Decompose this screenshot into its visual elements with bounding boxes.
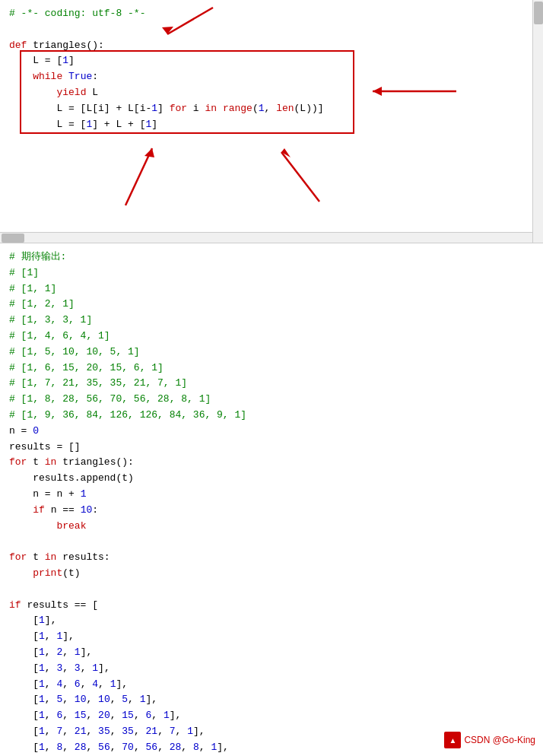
scrollbar-bottom-thumb[interactable]: [2, 233, 24, 243]
bottom-line-22: [9, 582, 543, 598]
csdn-icon: ▲: [444, 732, 461, 748]
bottom-line-18: break: [9, 519, 543, 535]
svg-marker-5: [144, 148, 154, 157]
bottom-line-19: [9, 534, 543, 550]
code-line-6: yield L: [9, 85, 532, 101]
bottom-line-28: [1, 4, 6, 4, 1],: [9, 677, 543, 693]
svg-line-4: [125, 148, 152, 205]
bottom-line-1: # 期待输出:: [9, 249, 543, 265]
bottom-line-7: # [1, 5, 10, 10, 5, 1]: [9, 345, 543, 361]
bottom-line-10: # [1, 8, 28, 56, 70, 56, 28, 8, 1]: [9, 392, 543, 408]
code-line-1: # -*- coding: utf-8 -*-: [9, 6, 532, 22]
bottom-line-17: if n == 10:: [9, 503, 543, 519]
bottom-line-29: [1, 5, 10, 10, 5, 1],: [9, 692, 543, 708]
code-line-3: def triangles():: [9, 38, 532, 54]
bottom-line-25: [1, 1],: [9, 629, 543, 645]
bottom-line-12: n = 0: [9, 424, 543, 440]
bottom-line-27: [1, 3, 3, 1],: [9, 661, 543, 677]
bottom-line-14: for t in triangles():: [9, 455, 543, 471]
watermark-text: CSDN @Go-King: [464, 735, 535, 745]
bottom-line-11: # [1, 9, 36, 84, 126, 126, 84, 36, 9, 1]: [9, 408, 543, 424]
code-line-8: L = [1] + L + [1]: [9, 117, 532, 133]
bottom-line-5: # [1, 3, 3, 1]: [9, 313, 543, 329]
bottom-line-26: [1, 2, 1],: [9, 645, 543, 661]
bottom-editor: # 期待输出: # [1] # [1, 1] # [1, 2, 1] # [1,…: [0, 243, 543, 756]
svg-marker-7: [281, 148, 291, 157]
bottom-line-16: n = n + 1: [9, 487, 543, 503]
vertical-scrollbar[interactable]: [532, 0, 543, 243]
code-line-5: while True:: [9, 69, 532, 85]
bottom-line-24: [1],: [9, 613, 543, 629]
scrollbar-thumb[interactable]: [534, 2, 543, 24]
code-line-7: L = [L[i] + L[i-1] for i in range(1, len…: [9, 101, 532, 117]
bottom-line-3: # [1, 1]: [9, 281, 543, 297]
bottom-line-23: if results == [: [9, 598, 543, 614]
code-line-2: [9, 22, 532, 38]
bottom-line-2: # [1]: [9, 265, 543, 281]
bottom-line-21: print(t): [9, 566, 543, 582]
bottom-line-4: # [1, 2, 1]: [9, 297, 543, 313]
top-editor: # -*- coding: utf-8 -*- def triangles():…: [0, 0, 543, 243]
svg-line-6: [281, 152, 319, 202]
bottom-line-30: [1, 6, 15, 20, 15, 6, 1],: [9, 708, 543, 724]
code-line-4: L = [1]: [9, 53, 532, 69]
bottom-line-8: # [1, 6, 15, 20, 15, 6, 1]: [9, 361, 543, 376]
bottom-line-15: results.append(t): [9, 471, 543, 487]
bottom-line-9: # [1, 7, 21, 35, 35, 21, 7, 1]: [9, 376, 543, 392]
horizontal-scrollbar[interactable]: [0, 232, 532, 243]
bottom-line-20: for t in results:: [9, 550, 543, 566]
bottom-line-13: results = []: [9, 440, 543, 456]
bottom-line-6: # [1, 4, 6, 4, 1]: [9, 329, 543, 345]
csdn-watermark: ▲ CSDN @Go-King: [444, 732, 535, 748]
